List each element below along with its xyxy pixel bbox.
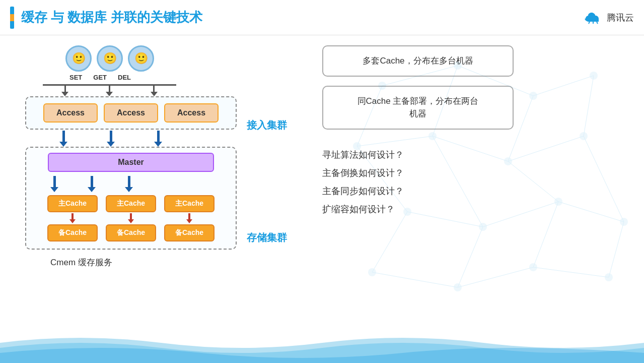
blue-arrow-1 (59, 131, 67, 147)
cmd-get: GET (93, 74, 107, 81)
question-1: 寻址算法如何设计？ (322, 149, 624, 161)
mc-arrow-1 (50, 176, 58, 192)
blue-arrow-3 (154, 131, 162, 147)
cache-group-2: 主Cache 备Cache (106, 195, 156, 241)
backup-arrow-3 (186, 213, 192, 223)
master-box: Master (48, 153, 214, 172)
primary-cache-3: 主Cache (164, 195, 214, 212)
b-head-2 (107, 142, 115, 147)
info-box-2: 同Cache 主备部署，分布在两台机器 (322, 86, 514, 130)
svg-line-42 (597, 22, 598, 24)
info-text-1: 多套Cache，分布在多台机器 (363, 56, 473, 66)
cmem-label: Cmem 缓存服务 (50, 257, 292, 268)
head-1 (61, 92, 68, 96)
b-shaft-2 (110, 131, 112, 142)
cache-groups: 主Cache 备Cache 主Cache 备Cache (31, 195, 231, 241)
shaft-3 (153, 86, 155, 92)
down-arrows (43, 86, 176, 96)
shaft-2 (109, 86, 110, 92)
shaft-1 (64, 86, 66, 92)
svg-line-40 (589, 22, 590, 24)
backup-cache-1: 备Cache (47, 224, 98, 241)
cmd-del: DEL (118, 74, 131, 81)
head-2 (106, 92, 113, 96)
primary-cache-2: 主Cache (106, 195, 156, 212)
access-cluster-box: Access Access Access (25, 96, 237, 130)
cache-group-1: 主Cache 备Cache (47, 195, 98, 241)
backup-arrow-1 (69, 213, 76, 223)
storage-cluster-box: Master 主Cache (25, 147, 237, 250)
cloud-icon (584, 11, 603, 25)
backup-cache-2: 备Cache (106, 224, 156, 241)
cmd-set: SET (69, 74, 82, 81)
access-boxes-row: Access Access Access (34, 103, 228, 123)
user-icons-row: 🙂 🙂 🙂 (65, 45, 292, 72)
header-bar (10, 7, 14, 29)
arrow-area-top (43, 84, 176, 96)
b-shaft-1 (62, 131, 65, 142)
main-content: 🙂 🙂 🙂 SET GET DEL (0, 35, 644, 363)
page-title: 缓存 与 数据库 并联的关键技术 (21, 9, 202, 26)
arrows-master-cache (50, 176, 231, 192)
logo-text: 腾讯云 (607, 12, 634, 24)
left-diagram: 🙂 🙂 🙂 SET GET DEL (10, 40, 292, 363)
user-icon-1: 🙂 (65, 45, 92, 72)
access-box-1: Access (43, 103, 98, 123)
mc-arrow-2 (88, 176, 96, 192)
cache-group-3: 主Cache 备Cache (164, 195, 214, 241)
bottom-wave (0, 333, 644, 363)
access-box-2: Access (104, 103, 158, 123)
mc-arrow-3 (125, 176, 133, 192)
b-head-3 (154, 142, 162, 147)
blue-arrow-2 (107, 131, 115, 147)
question-3: 主备同步如何设计？ (322, 185, 624, 197)
user-icon-3: 🙂 (128, 45, 154, 72)
logo: 腾讯云 (584, 11, 634, 25)
backup-cache-3: 备Cache (164, 224, 214, 241)
header: 缓存 与 数据库 并联的关键技术 腾讯云 (0, 0, 644, 35)
arrow-2 (106, 86, 113, 96)
questions-list: 寻址算法如何设计？ 主备倒换如何设计？ 主备同步如何设计？ 扩缩容如何设计？ (322, 149, 624, 215)
access-box-3: Access (164, 103, 219, 123)
info-box-1: 多套Cache，分布在多台机器 (322, 45, 514, 77)
storage-cluster-label: 存储集群 (247, 231, 287, 245)
arrow-3 (151, 86, 158, 96)
b-shaft-3 (157, 131, 160, 142)
question-2: 主备倒换如何设计？ (322, 167, 624, 179)
user-icon-2: 🙂 (97, 45, 123, 72)
command-labels: SET GET DEL (69, 74, 292, 81)
info-text-2: 同Cache 主备部署，分布在两台机器 (357, 96, 479, 119)
arrow-1 (61, 86, 68, 96)
access-cluster-label: 接入集群 (247, 118, 287, 132)
arrows-access-master (59, 131, 292, 147)
b-head-1 (59, 142, 67, 147)
primary-cache-1: 主Cache (47, 195, 98, 212)
question-4: 扩缩容如何设计？ (322, 203, 624, 215)
head-3 (151, 92, 158, 96)
backup-arrow-2 (128, 213, 134, 223)
right-section: 多套Cache，分布在多台机器 同Cache 主备部署，分布在两台机器 寻址算法… (292, 40, 634, 363)
